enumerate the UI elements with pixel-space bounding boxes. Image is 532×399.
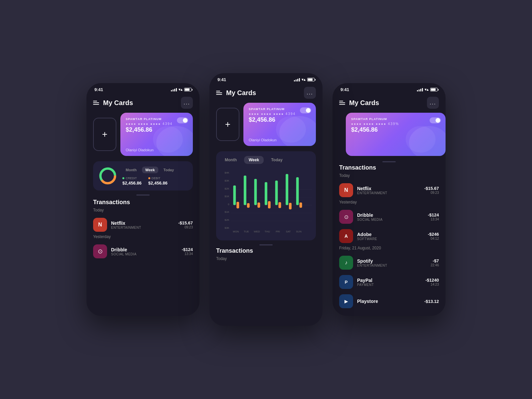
transaction-playstore-3[interactable]: ▶ Playstore -$13.12 [339,292,439,311]
time-3: 9:41 [340,87,349,92]
tx-amount-spotify-3: -$7 [431,258,439,263]
page-title-3: My Cards [349,99,379,107]
chart-tab-month[interactable]: Month [220,156,241,164]
tx-cat-dribble-3: SOCIAL MEDIA [357,218,424,221]
tx-name-paypal-3: PayPal [357,278,422,283]
card-toggle[interactable] [177,117,188,123]
tx-time-netflix-3: 09:23 [424,191,439,195]
svg-rect-27 [296,177,299,205]
tx-time-paypal-3: 14:23 [426,283,439,286]
yesterday-label-3: Yesterday [339,200,439,204]
battery-icon [184,88,192,91]
tx-info-dribble-1: Dribble SOCIAL MEDIA [111,247,178,256]
svg-text:FRI: FRI [276,230,280,233]
header-3: My Cards ... [332,94,446,113]
tx-name-netflix-1: Netflix [111,220,174,226]
svg-text:MON: MON [233,230,239,233]
tx-name-dribble-3: Dribble [357,212,424,218]
svg-text:0: 0 [228,203,229,206]
svg-text:TUE: TUE [244,230,249,233]
credit-label: CREDIT [126,177,137,180]
svg-rect-22 [268,201,271,208]
transactions-title-1: Transactions [93,199,193,206]
tab-week-1[interactable]: Week [142,167,158,173]
transaction-netflix-1[interactable]: N Netflix ENTERTAINMENT -$15.67 09:23 [93,215,193,234]
tx-time-spotify-3: 22:46 [431,263,439,267]
card-label-3: SPAWTAR PLATINUM [351,117,440,121]
today-label-2: Today [216,256,316,261]
card-toggle-2[interactable] [300,107,311,113]
transaction-dribble-3[interactable]: ⊙ Dribble SOCIAL MEDIA -$124 13:34 [339,207,439,226]
svg-text:$2K: $2K [225,187,230,190]
transaction-spotify-3[interactable]: ♪ Spotify ENTERTAINMENT -$7 22:46 [339,253,439,272]
transaction-dribble-1[interactable]: ⊙ Dribble SOCIAL MEDIA -$124 13:34 [93,242,193,261]
tx-amount-netflix-1: -$15.67 [178,220,193,225]
svg-rect-26 [289,203,292,209]
tx-amount-paypal-3: -$1240 [426,278,439,283]
tx-cat-paypal-3: PAYMENT [357,283,422,287]
add-card-button-2[interactable]: + [216,108,239,141]
svg-rect-21 [265,182,267,205]
transaction-paypal-3[interactable]: P PayPal PAYMENT -$1240 14:23 [339,272,439,292]
tx-time-dribble-3: 13:34 [428,217,439,221]
menu-icon-3[interactable] [339,101,345,105]
tx-cat-adobe-3: SOFTWARE [357,237,424,241]
tx-amount-playstore-3: -$13.12 [424,299,439,304]
battery-icon-3 [430,88,438,91]
more-button-3[interactable]: ... [427,97,439,109]
tab-group-1: Month Week Today [122,167,188,173]
stats-section-1: Month Week Today CREDIT $2,456.86 [93,161,193,191]
svg-rect-15 [233,186,236,205]
chart-tab-today[interactable]: Today [266,156,287,164]
today-label-1: Today [93,208,193,212]
tx-name-adobe-3: Adobe [357,232,424,237]
transactions-title-2: Transactions [216,247,316,254]
card-holder-2: Olaniyi Oladokun [249,138,277,142]
transactions-section-2: Transactions Today [209,247,323,261]
tab-today-1[interactable]: Today [160,167,178,173]
transaction-netflix-3[interactable]: N Netflix ENTERTAINMENT -$15.67 09:23 [339,181,439,200]
stats-row: CREDIT $2,456.86 DEBIT $2,456.86 [122,177,188,186]
tx-name-playstore-3: Playstore [357,299,420,304]
wifi-icon: ▾▴ [179,87,183,92]
menu-icon-2[interactable] [216,91,222,95]
stats-right: Month Week Today CREDIT $2,456.86 [122,167,188,186]
more-button-1[interactable]: ... [181,97,193,109]
more-button-2[interactable]: ... [304,87,316,99]
status-icons-3: ▾▴ [417,87,438,92]
transactions-title-3: Transactions [339,164,439,171]
header-left-1: My Cards [93,99,133,107]
dribble-icon-1: ⊙ [93,244,107,258]
tab-month-1[interactable]: Month [122,167,140,173]
phone-2: 9:41 ▾▴ My Cards ... + [209,73,323,326]
menu-icon[interactable] [93,101,99,105]
card-number-3: ●●●● ●●●● ●●●● 439% [351,122,440,126]
status-bar-1: 9:41 ▾▴ [86,83,200,94]
bar-chart-svg: $4K $3K $2K $1K 0 $1K $2K $3K [220,168,312,234]
card-full-area: SPAWTAR PLATINUM ●●●● ●●●● ●●●● 439% $2,… [332,113,446,156]
signal-icon-2 [294,78,300,81]
page-title-2: My Cards [226,89,256,97]
status-icons-2: ▾▴ [294,77,315,82]
debit-label: DEBIT [152,177,161,180]
svg-rect-28 [300,202,302,208]
credit-stat: CREDIT $2,456.86 [122,177,142,186]
status-bar-3: 9:41 ▾▴ [332,83,446,94]
tx-name-spotify-3: Spotify [357,258,427,264]
add-card-button-1[interactable]: + [93,118,116,151]
debit-dot [148,177,150,179]
debit-stat: DEBIT $2,456.86 [148,177,168,186]
tx-cat-netflix-3: ENTERTAINMENT [357,191,420,195]
tx-cat-dribble-1: SOCIAL MEDIA [111,252,178,256]
cards-area-2: + SPAWTAR PLATINUM ●●●● ●●●● ●●●● 4394 $… [209,103,323,146]
tx-amount-dribble-1: -$124 [182,247,193,252]
tx-amount-adobe-3: -$246 [428,232,439,237]
today-label-3: Today [339,173,439,178]
svg-text:SAT: SAT [286,230,291,233]
chart-tab-week[interactable]: Week [244,156,264,164]
header-1: My Cards ... [86,94,200,113]
card-toggle-3[interactable] [430,117,441,123]
status-icons-1: ▾▴ [171,87,192,92]
transaction-adobe-3[interactable]: A Adobe SOFTWARE -$246 04:12 [339,226,439,246]
scroll-bar-3 [382,161,396,162]
